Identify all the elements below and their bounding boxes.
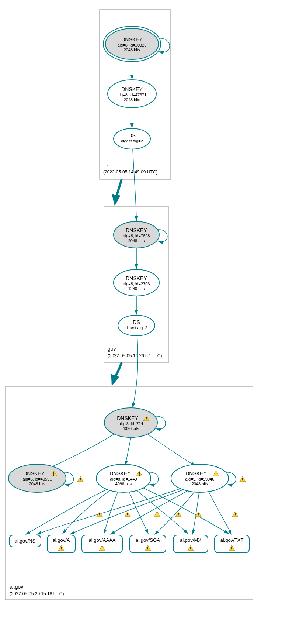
node-rr-ns: ai.gov/NS bbox=[9, 535, 41, 547]
edge-gov-to-aigov-zone bbox=[112, 362, 122, 384]
node-ai-k3: DNSKEY alg=5, id=59046 2048 bits bbox=[171, 464, 229, 492]
svg-text:2048 bits: 2048 bits bbox=[124, 97, 140, 102]
svg-text:ai.gov/MX: ai.gov/MX bbox=[180, 537, 201, 543]
edge-root-to-gov-zone bbox=[115, 179, 122, 204]
edge-gov-ds-ai-ksk bbox=[133, 336, 138, 407]
svg-text:alg=8, id=724: alg=8, id=724 bbox=[119, 421, 143, 426]
svg-text:1280 bits: 1280 bits bbox=[128, 286, 145, 291]
zone-gov-ts: (2022-05-05 16:26:57 UTC) bbox=[108, 353, 162, 358]
svg-text:DNSKEY: DNSKEY bbox=[126, 275, 147, 281]
zone-gov-label: gov bbox=[108, 346, 116, 352]
zone-root-label: . bbox=[107, 161, 108, 167]
edge-ai-ksk-k3 bbox=[147, 434, 195, 466]
svg-text:2048 bits: 2048 bits bbox=[124, 48, 140, 52]
svg-text:DS: DS bbox=[128, 132, 135, 138]
svg-text:4096 bits: 4096 bits bbox=[123, 426, 139, 431]
edge-ai-ksk-k1 bbox=[44, 434, 114, 471]
svg-text:digest alg=2: digest alg=2 bbox=[125, 326, 147, 330]
svg-text:4096 bits: 4096 bits bbox=[115, 482, 132, 486]
edge-k3-ns bbox=[37, 489, 181, 534]
warning-icon bbox=[175, 512, 181, 517]
svg-text:DNSKEY: DNSKEY bbox=[23, 471, 45, 476]
node-rr-txt: ai.gov/TXT bbox=[215, 535, 249, 553]
node-root-ds: DS digest alg=2 bbox=[114, 128, 150, 149]
svg-text:DNSKEY: DNSKEY bbox=[121, 86, 143, 92]
svg-text:2048 bits: 2048 bits bbox=[192, 482, 208, 486]
svg-text:ai.gov/AAAA: ai.gov/AAAA bbox=[89, 537, 116, 543]
edge-k2-aaaa bbox=[104, 492, 118, 534]
node-ai-ksk: DNSKEY alg=8, id=724 4096 bits bbox=[104, 408, 157, 437]
svg-text:alg=8, id=20326: alg=8, id=20326 bbox=[118, 43, 147, 47]
zone-aigov-ts: (2022-05-05 20:15:18 UTC) bbox=[10, 591, 64, 596]
warning-icon bbox=[240, 476, 246, 482]
svg-text:alg=8, id=2706: alg=8, id=2706 bbox=[123, 282, 150, 286]
svg-text:ai.gov/A: ai.gov/A bbox=[53, 537, 70, 543]
node-root-ksk: DNSKEY alg=8, id=20326 2048 bits bbox=[103, 26, 161, 62]
svg-text:2048 bits: 2048 bits bbox=[128, 238, 145, 243]
svg-text:DNSKEY: DNSKEY bbox=[185, 471, 207, 476]
zone-root-ts: (2022-05-05 14:49:09 UTC) bbox=[103, 169, 157, 175]
svg-text:DNSKEY: DNSKEY bbox=[109, 471, 131, 476]
zone-aigov-label: ai.gov bbox=[10, 584, 23, 590]
svg-text:2048 bits: 2048 bits bbox=[29, 482, 46, 486]
node-rr-soa: ai.gov/SOA bbox=[130, 535, 166, 553]
warning-icon bbox=[232, 512, 238, 517]
svg-text:DS: DS bbox=[133, 319, 140, 325]
node-root-zsk: DNSKEY alg=8, id=47671 2048 bits bbox=[108, 80, 156, 108]
svg-text:ai.gov/TXT: ai.gov/TXT bbox=[220, 537, 244, 543]
svg-text:ai.gov/NS: ai.gov/NS bbox=[15, 538, 36, 544]
node-rr-mx: ai.gov/MX bbox=[173, 535, 208, 553]
node-rr-aaaa: ai.gov/AAAA bbox=[82, 535, 122, 553]
svg-text:ai.gov/SOA: ai.gov/SOA bbox=[136, 537, 160, 543]
node-ai-k2: DNSKEY alg=8, id=1440 4096 bits bbox=[96, 464, 151, 492]
edge-k2-ns bbox=[26, 489, 107, 534]
svg-text:alg=8, id=47671: alg=8, id=47671 bbox=[118, 93, 147, 97]
warning-icon bbox=[77, 476, 83, 482]
svg-text:DNSKEY: DNSKEY bbox=[121, 37, 143, 42]
svg-text:alg=5, id=40591: alg=5, id=40591 bbox=[23, 477, 52, 481]
svg-text:DNSKEY: DNSKEY bbox=[117, 415, 138, 421]
edge-k3-txt bbox=[209, 492, 231, 534]
warning-icon bbox=[125, 512, 130, 517]
svg-text:DNSKEY: DNSKEY bbox=[126, 227, 147, 233]
warning-icon bbox=[154, 512, 160, 517]
node-rr-a: ai.gov/A bbox=[47, 535, 75, 553]
node-ai-k1: DNSKEY alg=5, id=40591 2048 bits bbox=[8, 464, 66, 492]
svg-text:alg=5, id=59046: alg=5, id=59046 bbox=[185, 477, 215, 481]
edge-ai-ksk-k2 bbox=[125, 438, 131, 465]
svg-text:alg=8, id=1440: alg=8, id=1440 bbox=[110, 477, 137, 481]
edge-k2-txt bbox=[143, 488, 229, 534]
edge-root-ds-gov-ksk bbox=[133, 149, 136, 221]
node-gov-ksk: DNSKEY alg=8, id=7698 2048 bits bbox=[114, 221, 159, 248]
node-gov-ds: DS digest alg=2 bbox=[118, 315, 155, 336]
svg-text:alg=8, id=7698: alg=8, id=7698 bbox=[123, 234, 150, 238]
svg-text:digest alg=2: digest alg=2 bbox=[121, 139, 143, 143]
node-gov-zsk: DNSKEY alg=8, id=2706 1280 bits bbox=[114, 269, 159, 296]
